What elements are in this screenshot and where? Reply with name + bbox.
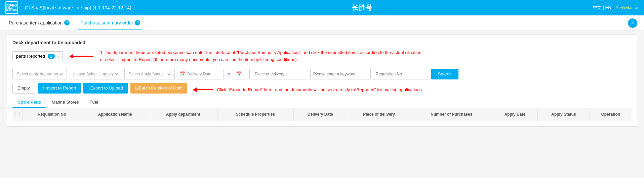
sub-tab-spare-parts-label: Spare Parts	[18, 100, 41, 105]
urgency-select[interactable]: please Select Urgency	[72, 71, 119, 77]
ship-name: 长胜号	[131, 3, 593, 12]
logo-box: 互海科技 OCEAN LINK TECH	[5, 1, 18, 14]
tabs-bar: Purchase item application ? Purchase sum…	[0, 15, 644, 31]
chevron-right-icon: ›	[57, 54, 59, 59]
action-and-arrow: Empty ↑Import to Report ↓Export to Uploa…	[12, 83, 632, 97]
th-schedule-properties: Schedule Properties	[217, 108, 293, 121]
user-info[interactable]: 船长/Master	[615, 5, 639, 11]
parts-reported-box: parts Reported 1 ›	[12, 51, 63, 61]
instruction-line1: 1.The department head or related personn…	[100, 50, 423, 55]
upload-title: Deck department to be uploaded	[12, 40, 632, 45]
main-content: Deck department to be uploaded parts Rep…	[7, 34, 637, 127]
table-header-row: Requisition No Application Name Apply de…	[12, 108, 632, 121]
sub-tab-fuel[interactable]: Fuel	[84, 97, 104, 108]
tab-purchase-summary[interactable]: Purchase summary order ?	[78, 16, 142, 30]
logo: 互海科技 OCEAN LINK TECH	[5, 1, 18, 14]
status-select[interactable]: Select Apply Status	[127, 71, 172, 77]
th-apply-department: Apply department	[149, 108, 217, 121]
instruction-text: 1.The department head or related personn…	[100, 49, 423, 63]
calendar-start-icon: 📅	[180, 71, 185, 76]
header: 互海科技 OCEAN LINK TECH OLSaaS(local softwa…	[0, 0, 644, 15]
th-application-name: Application Name	[81, 108, 149, 121]
search-button[interactable]: Search	[431, 69, 458, 79]
th-place-of-delivery: Place of delivery	[347, 108, 411, 121]
department-select[interactable]: Select apply departmer	[15, 71, 64, 77]
th-apply-status: Apply Status	[538, 108, 590, 121]
app-name: OLSaaS(local software for ship) (1.1.104…	[25, 5, 131, 10]
action-row: Empty ↑Import to Report ↓Export to Uploa…	[12, 83, 187, 94]
parts-reported-label: parts Reported	[16, 54, 45, 59]
header-right: 中文 | EN 船长/Master	[593, 5, 639, 11]
upload-section: Deck department to be uploaded parts Rep…	[12, 40, 632, 63]
keyword-input[interactable]	[310, 69, 371, 79]
export-arrow-head-icon	[193, 87, 197, 92]
th-number-of-purchases: Number of Purchases	[411, 108, 492, 121]
export-instruction-text: Click "Export to Report" here, and the d…	[217, 87, 422, 92]
close-button[interactable]: ×	[628, 18, 637, 28]
delivery-date-end[interactable]: 📅	[233, 69, 250, 79]
calendar-end-icon: 📅	[236, 71, 241, 76]
batch-delete-button[interactable]: ⊟Batch Deletion of Draft	[130, 83, 188, 94]
th-apply-date: Apply Date	[492, 108, 538, 121]
th-checkbox	[12, 108, 23, 121]
upload-row: parts Reported 1 › 1.The department head…	[12, 49, 632, 63]
instruction-line2: or select "Import To Report"(If there ar…	[100, 57, 297, 62]
language-selector[interactable]: 中文 | EN	[593, 5, 611, 11]
th-requisition-no: Requisition No	[23, 108, 81, 121]
sub-tab-marine-stores-label: Marine Stores	[52, 100, 79, 105]
table-wrapper: Requisition No Application Name Apply de…	[12, 108, 632, 121]
requisition-no-input[interactable]	[373, 69, 429, 79]
main-table: Requisition No Application Name Apply de…	[12, 108, 632, 121]
arrow-head-icon	[69, 54, 73, 59]
status-filter[interactable]: Select Apply Status	[124, 69, 175, 79]
th-operation: Operation	[590, 108, 632, 121]
tab-purchase-item-label: Purchase item application	[9, 20, 63, 25]
filter-row: Select apply departmer please Select Urg…	[12, 69, 632, 79]
sub-tab-marine-stores[interactable]: Marine Stores	[46, 97, 84, 108]
tab-purchase-item-help[interactable]: ?	[64, 20, 70, 25]
arrow-line	[73, 56, 93, 57]
tab-purchase-summary-help[interactable]: ?	[135, 20, 140, 25]
import-to-report-button[interactable]: ↑Import to Report	[38, 83, 81, 94]
delivery-date-placeholder: Delivery Date	[187, 72, 211, 76]
tab-purchase-summary-label: Purchase summary order	[80, 20, 133, 25]
th-delivery-date: Delivery Date	[293, 108, 347, 121]
delivery-date-start[interactable]: 📅 Delivery Date	[177, 69, 224, 79]
select-all-checkbox[interactable]	[15, 112, 20, 116]
sub-tabs: Spare Parts Marine Stores Fuel	[12, 97, 632, 108]
tab-purchase-item[interactable]: Purchase item application ?	[7, 16, 72, 30]
export-arrow: Click "Export to Report" here, and the d…	[193, 87, 422, 92]
arrow-container	[69, 54, 93, 59]
parts-count-badge: 1	[48, 54, 55, 59]
department-filter[interactable]: Select apply departmer	[12, 69, 67, 79]
sub-tab-spare-parts[interactable]: Spare Parts	[12, 97, 46, 108]
export-to-upload-button[interactable]: ↓Export to Upload	[83, 83, 127, 94]
export-arrow-line	[197, 89, 213, 90]
urgency-filter[interactable]: please Select Urgency	[69, 69, 122, 79]
sub-tab-fuel-label: Fuel	[90, 100, 98, 105]
empty-button[interactable]: Empty	[12, 83, 35, 94]
place-of-delivery-input[interactable]	[252, 69, 308, 79]
to-label: to	[226, 71, 231, 76]
